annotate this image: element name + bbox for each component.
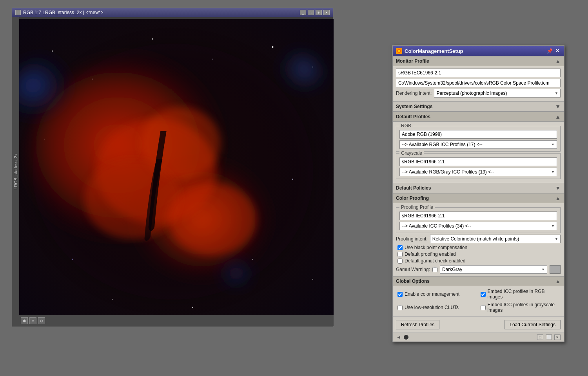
gamut-warning-row: Gamut Warning: DarkGray bbox=[396, 265, 561, 274]
window-icon bbox=[15, 10, 21, 15]
footer-doc-icon[interactable]: ⬜ bbox=[546, 334, 552, 340]
image-title: RGB 1:7 LRGB_starless_2x | <*new*> bbox=[23, 10, 103, 15]
grayscale-profile-select[interactable]: --> Available RGB/Gray ICC Profiles (19)… bbox=[399, 168, 557, 176]
global-options-arrow: ▲ bbox=[555, 278, 561, 284]
grayscale-profile-input[interactable] bbox=[399, 157, 557, 166]
default-profiles-label: Default Profiles bbox=[396, 114, 430, 119]
default-profiles-arrow: ▲ bbox=[555, 114, 561, 120]
proofing-intent-select[interactable]: Relative Colorimetric (match white point… bbox=[430, 235, 561, 243]
embed-icc-rgb-checkbox[interactable] bbox=[481, 292, 486, 297]
svg-point-14 bbox=[212, 59, 213, 60]
proofing-intent-label: Proofing intent: bbox=[396, 236, 428, 242]
gamut-warning-label: Gamut Warning: bbox=[396, 267, 430, 272]
proofing-intent-wrapper: Relative Colorimetric (match white point… bbox=[430, 235, 561, 243]
minimize-button[interactable]: _ bbox=[300, 10, 306, 15]
gamut-color-swatch[interactable] bbox=[550, 265, 561, 274]
sidebar-label-text: LRGB_starless_2x bbox=[13, 154, 18, 190]
rendering-intent-wrapper: Perceptual (photographic images) bbox=[434, 89, 561, 98]
default-proofing-checkbox[interactable] bbox=[397, 252, 403, 257]
default-gamut-checkbox[interactable] bbox=[397, 258, 403, 264]
toolbar-icon-2[interactable]: ✦ bbox=[29, 317, 36, 324]
proofing-profile-dropdown-row: --> Available ICC Profiles (34) <-- bbox=[399, 222, 557, 230]
image-titlebar: RGB 1:7 LRGB_starless_2x | <*new*> _ □ +… bbox=[12, 8, 333, 17]
svg-point-12 bbox=[92, 79, 93, 80]
footer-square-icon[interactable]: □ bbox=[537, 334, 543, 340]
embed-icc-gray-row: Embed ICC profiles in grayscale images bbox=[479, 302, 561, 313]
proofing-profile-select[interactable]: --> Available ICC Profiles (34) <-- bbox=[399, 222, 557, 230]
default-policies-arrow: ▼ bbox=[555, 185, 561, 191]
color-proofing-arrow: ▲ bbox=[555, 195, 561, 201]
color-proofing-body: Proofing Profile --> Available ICC Profi… bbox=[393, 203, 564, 276]
cm-app-icon bbox=[396, 48, 402, 54]
embed-icc-gray-checkbox[interactable] bbox=[481, 305, 486, 310]
grayscale-group: Grayscale --> Available RGB/Gray ICC Pro… bbox=[396, 153, 561, 179]
footer-arrow-icon[interactable]: ◄ bbox=[396, 334, 401, 340]
monitor-profile-name-input[interactable] bbox=[396, 69, 561, 77]
default-profiles-header[interactable]: Default Profiles ▲ bbox=[393, 112, 564, 122]
color-proofing-header[interactable]: Color Proofing ▲ bbox=[393, 193, 564, 203]
svg-point-20 bbox=[72, 258, 73, 260]
global-options-header[interactable]: Global Options ▲ bbox=[393, 276, 564, 286]
gamut-warning-checkbox[interactable] bbox=[432, 267, 437, 272]
low-res-cluts-checkbox[interactable] bbox=[397, 305, 403, 310]
gamut-color-select[interactable]: DarkGray bbox=[440, 265, 547, 274]
default-gamut-row: Default gamut check enabled bbox=[396, 258, 561, 264]
nebula-image bbox=[12, 17, 334, 326]
toolbar-icon-3[interactable]: ⊙ bbox=[38, 317, 45, 324]
system-settings-header[interactable]: System Settings ▼ bbox=[393, 101, 564, 112]
global-options-label: Global Options bbox=[396, 278, 430, 284]
rgb-group-title: RGB bbox=[399, 123, 413, 128]
system-settings-arrow: ▼ bbox=[555, 103, 561, 110]
enable-cm-label: Enable color management bbox=[405, 291, 459, 297]
close-button[interactable]: × bbox=[323, 10, 330, 15]
cm-panel: ColorManagementSetup 📌 ✕ Monitor Profile… bbox=[392, 45, 564, 342]
cm-close-button[interactable]: ✕ bbox=[554, 48, 561, 54]
rgb-profile-select[interactable]: --> Available RGB ICC Profiles (17) <-- bbox=[399, 140, 557, 149]
monitor-profile-label: Monitor Profile bbox=[396, 58, 429, 64]
load-current-settings-button[interactable]: Load Current Settings bbox=[505, 320, 561, 329]
monitor-profile-path-input[interactable] bbox=[396, 79, 561, 87]
footer-cross-icon[interactable]: ✕ bbox=[554, 334, 561, 340]
grayscale-profile-row bbox=[399, 157, 557, 166]
bottom-toolbar: ✱ ✦ ⊙ bbox=[19, 315, 334, 326]
cm-pin-button[interactable]: 📌 bbox=[546, 48, 553, 54]
embed-icc-rgb-row: Embed ICC profiles in RGB images bbox=[479, 289, 561, 300]
titlebar-controls: _ □ + × bbox=[300, 10, 330, 15]
grayscale-dropdown-row: --> Available RGB/Gray ICC Profiles (19)… bbox=[399, 168, 557, 176]
black-point-checkbox[interactable] bbox=[397, 245, 403, 250]
default-proofing-row: Default proofing enabled bbox=[396, 251, 561, 257]
cm-titlebar-controls: 📌 ✕ bbox=[546, 48, 561, 54]
default-profiles-body: RGB --> Available RGB ICC Profiles (17) … bbox=[393, 122, 564, 183]
restore-button[interactable]: □ bbox=[308, 10, 314, 15]
proofing-profile-select-wrapper: --> Available ICC Profiles (34) <-- bbox=[399, 222, 557, 230]
toolbar-icon-1[interactable]: ✱ bbox=[21, 317, 28, 324]
default-proofing-label: Default proofing enabled bbox=[405, 251, 456, 257]
footer-left: ◄ bbox=[396, 334, 408, 340]
maximize-button[interactable]: + bbox=[316, 10, 322, 15]
rendering-intent-select[interactable]: Perceptual (photographic images) bbox=[434, 89, 561, 98]
svg-point-13 bbox=[152, 38, 153, 40]
low-res-cluts-row: Use low-resolution CLUTs bbox=[396, 302, 478, 313]
cm-title: ColorManagementSetup bbox=[405, 48, 463, 54]
enable-cm-row: Enable color management bbox=[396, 289, 478, 300]
system-settings-label: System Settings bbox=[396, 104, 432, 109]
embed-icc-rgb-label: Embed ICC profiles in RGB images bbox=[488, 289, 561, 300]
proofing-profile-input[interactable] bbox=[399, 212, 557, 220]
refresh-profiles-button[interactable]: Refresh Profiles bbox=[396, 320, 439, 329]
rgb-dropdown-row: --> Available RGB ICC Profiles (17) <-- bbox=[399, 140, 557, 149]
global-checkboxes-grid: Enable color management Embed ICC profil… bbox=[396, 289, 561, 314]
footer-dot-icon bbox=[404, 335, 408, 340]
black-point-row: Use black point compensation bbox=[396, 245, 561, 250]
enable-cm-checkbox[interactable] bbox=[397, 292, 403, 297]
default-gamut-label: Default gamut check enabled bbox=[405, 258, 465, 264]
svg-point-21 bbox=[112, 299, 113, 300]
rgb-profile-input[interactable] bbox=[399, 130, 557, 139]
footer-right: □ ⬜ ✕ bbox=[537, 334, 561, 340]
rendering-intent-row: Rendering intent: Perceptual (photograph… bbox=[396, 89, 561, 98]
monitor-profile-header[interactable]: Monitor Profile ▲ bbox=[393, 56, 564, 66]
default-policies-header[interactable]: Default Policies ▼ bbox=[393, 183, 564, 193]
proofing-profile-name-row bbox=[399, 212, 557, 220]
color-proofing-label: Color Proofing bbox=[396, 195, 429, 201]
svg-point-9 bbox=[209, 43, 329, 147]
cm-titlebar: ColorManagementSetup 📌 ✕ bbox=[393, 46, 564, 56]
